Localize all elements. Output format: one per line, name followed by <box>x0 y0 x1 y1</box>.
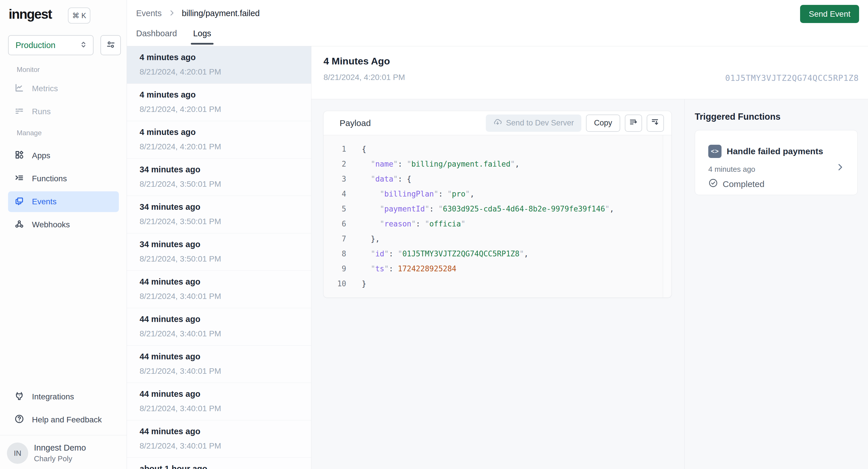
sidebar-item-help-feedback[interactable]: Help and Feedback <box>8 409 119 430</box>
user-org: Charly Poly <box>34 454 86 463</box>
user-name: Inngest Demo <box>34 443 86 452</box>
sidebar-item-apps[interactable]: Apps <box>8 145 119 166</box>
sidebar-item-label: Metrics <box>32 84 58 93</box>
event-list-item[interactable]: 44 minutes ago8/21/2024, 3:40:01 PM <box>127 420 311 458</box>
wrap-text-button[interactable] <box>625 115 642 132</box>
tab-logs[interactable]: Logs <box>193 29 211 44</box>
sidebar-item-webhooks[interactable]: Webhooks <box>8 214 119 235</box>
event-item-timestamp: 8/21/2024, 3:40:01 PM <box>140 367 311 376</box>
code-line: 7 }, <box>323 231 672 246</box>
apps-grid-icon <box>14 150 24 162</box>
event-detail-title: 4 Minutes Ago <box>323 56 390 67</box>
event-item-relative-time: 44 minutes ago <box>140 314 311 324</box>
sidebar-item-integrations[interactable]: Integrations <box>8 386 119 407</box>
code-line-text: }, <box>362 234 380 243</box>
triggered-function-time: 4 minutes ago <box>708 165 755 174</box>
command-k-shortcut-badge[interactable]: ⌘ K <box>68 7 90 24</box>
code-line-text: "paymentId": "6303d925-cda5-4d64-8b2e-99… <box>362 205 614 213</box>
event-item-timestamp: 8/21/2024, 3:50:01 PM <box>140 217 311 226</box>
payload-code-lines: 1{2 "name": "billing/payment.failed",3 "… <box>323 142 672 291</box>
sidebar-item-runs[interactable]: Runs <box>8 101 119 122</box>
sidebar-item-label: Functions <box>32 174 67 183</box>
event-detail-header: 4 Minutes Ago 8/21/2024, 4:20:01 PM 01J5… <box>311 46 868 99</box>
code-line: 10} <box>323 276 672 291</box>
event-list-item[interactable]: 44 minutes ago8/21/2024, 3:40:01 PM <box>127 346 311 383</box>
code-line-text: "ts": 1724228925284 <box>362 264 457 273</box>
event-list-item[interactable]: 34 minutes ago8/21/2024, 3:50:01 PM <box>127 159 311 196</box>
event-list-item[interactable]: 4 minutes ago8/21/2024, 4:20:01 PM <box>127 84 311 121</box>
sidebar-item-functions[interactable]: Functions <box>8 168 119 189</box>
event-item-relative-time: 44 minutes ago <box>140 389 311 399</box>
code-line-number: 6 <box>329 220 346 228</box>
send-event-button[interactable]: Send Event <box>800 5 859 23</box>
event-item-timestamp: 8/21/2024, 3:40:01 PM <box>140 329 311 338</box>
user-menu[interactable]: IN Inngest Demo Charly Poly <box>7 442 122 464</box>
sidebar-item-events[interactable]: Events <box>8 191 119 212</box>
code-scrollbar[interactable] <box>663 135 672 298</box>
code-line-number: 5 <box>329 205 346 213</box>
event-list-item[interactable]: 44 minutes ago8/21/2024, 3:40:01 PM <box>127 271 311 308</box>
payload-code-editor[interactable]: 1{2 "name": "billing/payment.failed",3 "… <box>323 135 672 298</box>
code-line-text: "reason": "officia" <box>362 220 465 228</box>
event-list-item[interactable]: 4 minutes ago8/21/2024, 4:20:01 PM <box>127 46 311 84</box>
breadcrumb-events-link[interactable]: Events <box>136 9 162 18</box>
sidebar-section-monitor: Monitor <box>17 66 40 74</box>
event-item-relative-time: about 1 hour ago <box>140 464 311 469</box>
environment-selector[interactable]: Production <box>8 35 94 55</box>
event-log-list: 4 minutes ago8/21/2024, 4:20:01 PM4 minu… <box>127 46 311 469</box>
event-item-timestamp: 8/21/2024, 3:50:01 PM <box>140 254 311 263</box>
event-item-relative-time: 44 minutes ago <box>140 352 311 362</box>
copy-button[interactable]: Copy <box>586 115 620 132</box>
tab-bar: Dashboard Logs <box>136 29 211 44</box>
check-circle-icon <box>708 178 718 190</box>
inngest-logo: inngest <box>9 6 52 22</box>
event-list-item[interactable]: 44 minutes ago8/21/2024, 3:40:01 PM <box>127 308 311 346</box>
sidebar-item-label: Integrations <box>32 392 74 401</box>
tab-dashboard[interactable]: Dashboard <box>136 29 177 44</box>
event-list-item[interactable]: 34 minutes ago8/21/2024, 3:50:01 PM <box>127 233 311 271</box>
code-line-number: 7 <box>329 234 346 243</box>
event-item-relative-time: 34 minutes ago <box>140 165 311 175</box>
environment-filter-button[interactable] <box>100 35 121 55</box>
event-item-timestamp: 8/21/2024, 4:20:01 PM <box>140 67 311 76</box>
event-list-item[interactable]: 4 minutes ago8/21/2024, 4:20:01 PM <box>127 121 311 159</box>
sidebar-item-label: Apps <box>32 151 50 160</box>
payload-card: Payload Send to Dev Server Copy <box>323 111 672 298</box>
event-list-item[interactable]: about 1 hour ago <box>127 458 311 469</box>
payload-card-header: Payload Send to Dev Server Copy <box>323 111 672 135</box>
event-item-timestamp: 8/21/2024, 3:40:01 PM <box>140 292 311 301</box>
status-label: Completed <box>723 179 765 189</box>
event-list-item[interactable]: 44 minutes ago8/21/2024, 3:40:01 PM <box>127 383 311 420</box>
chart-line-icon <box>14 83 24 95</box>
code-line-number: 9 <box>329 264 346 273</box>
triggered-function-card[interactable]: <> Handle failed payments 4 minutes ago … <box>695 130 858 195</box>
triggered-function-row: <> Handle failed payments <box>708 145 823 158</box>
sidebar-section-manage: Manage <box>17 129 42 137</box>
code-line: 8 "id": "01J5TMY3VJTZ2QG74QCC5RP1Z8", <box>323 246 672 261</box>
event-item-timestamp: 8/21/2024, 3:40:01 PM <box>140 404 311 413</box>
wrap-text-icon <box>629 117 638 129</box>
code-line: 1{ <box>323 142 672 157</box>
send-to-dev-server-button[interactable]: Send to Dev Server <box>486 115 581 132</box>
code-line-text: "id": "01J5TMY3VJTZ2QG74QCC5RP1Z8", <box>362 249 528 258</box>
sidebar-divider <box>0 435 127 435</box>
avatar: IN <box>7 442 28 464</box>
sidebar-item-label: Help and Feedback <box>32 415 102 425</box>
event-list-item[interactable]: 34 minutes ago8/21/2024, 3:50:01 PM <box>127 196 311 233</box>
sidebar-item-metrics[interactable]: Metrics <box>8 78 119 99</box>
chevron-right-icon <box>835 163 845 173</box>
event-item-relative-time: 44 minutes ago <box>140 277 311 287</box>
sliders-icon <box>106 40 116 51</box>
chevron-right-icon <box>168 9 176 18</box>
code-line-text: } <box>362 279 366 288</box>
runs-list-icon <box>14 106 24 118</box>
events-icon <box>14 196 24 208</box>
scroll-to-bottom-button[interactable] <box>647 115 664 132</box>
help-circle-icon <box>14 414 24 426</box>
breadcrumb: Events billing/payment.failed <box>136 9 260 18</box>
topbar: Events billing/payment.failed Dashboard … <box>127 0 868 46</box>
sidebar: inngest ⌘ K Production Monitor Metrics R… <box>0 0 127 469</box>
event-item-relative-time: 34 minutes ago <box>140 240 311 249</box>
code-line-number: 4 <box>329 190 346 198</box>
send-to-dev-server-label: Send to Dev Server <box>506 119 574 127</box>
